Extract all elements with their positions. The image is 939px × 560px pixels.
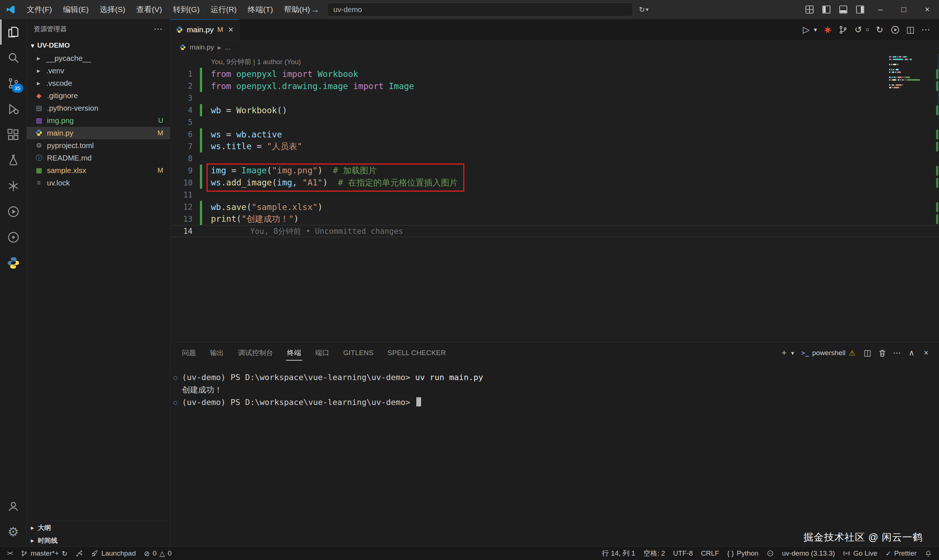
panel-tab-终端[interactable]: 终端	[280, 343, 308, 363]
code-line-2[interactable]: 2from openpyxl.drawing.image import Imag…	[170, 80, 939, 92]
explorer-icon[interactable]	[0, 19, 26, 45]
panel-tab-输出[interactable]: 输出	[203, 343, 231, 363]
run-code-button[interactable]	[888, 22, 902, 38]
command-decoration-icon[interactable]: ○	[174, 396, 177, 409]
eol-status[interactable]: CRLF	[697, 547, 723, 560]
terminal[interactable]: ○(uv-demo) PS D:\workspace\vue-learning\…	[170, 363, 939, 547]
copilot-status[interactable]	[763, 547, 778, 560]
run-debug-icon[interactable]	[0, 96, 26, 122]
code-line-14[interactable]: 14You, 8分钟前 • Uncommitted changes	[170, 225, 939, 237]
tree-root-folder[interactable]: ▾ UV-DEMO	[26, 39, 170, 52]
menu-item-查看(V)[interactable]: 查看(V)	[131, 0, 168, 19]
breadcrumb-more[interactable]: ...	[225, 43, 231, 51]
go-live-button[interactable]: Go Live	[839, 547, 881, 560]
code-line-3[interactable]: 3	[170, 92, 939, 104]
file-item-pyproject.toml[interactable]: ⚙pyproject.toml	[26, 139, 170, 152]
git-graph-button[interactable]	[71, 547, 87, 560]
live-server-icon[interactable]	[0, 224, 26, 250]
problems-status[interactable]: ⊘ 0 △ 0	[140, 547, 176, 560]
code-line-7[interactable]: 7ws.title = "人员表"	[170, 140, 939, 152]
extension-starburst-icon[interactable]	[820, 22, 835, 38]
menu-item-选择(S)[interactable]: 选择(S)	[94, 0, 131, 19]
panel-more-actions-button[interactable]: ⋯	[890, 346, 904, 360]
menu-item-文件(F)[interactable]: 文件(F)	[21, 0, 58, 19]
file-item-sample.xlsx[interactable]: ▦sample.xlsxM	[26, 164, 170, 177]
menu-item-转到(G)[interactable]: 转到(G)	[168, 0, 205, 19]
nav-forward-icon[interactable]: →	[309, 5, 321, 15]
file-item-.python-version[interactable]: ▤.python-version	[26, 102, 170, 114]
command-decoration-icon[interactable]: ○	[174, 371, 177, 384]
toggle-secondary-sidebar-icon[interactable]	[852, 0, 868, 19]
menu-item-编辑(E)[interactable]: 编辑(E)	[58, 0, 94, 19]
panel-tab-端口[interactable]: 端口	[308, 343, 336, 363]
search-icon[interactable]	[0, 45, 26, 70]
code-line-9[interactable]: 9img = Image("img.png") # 加载图片	[170, 165, 939, 177]
prettier-status[interactable]: ✓ Prettier	[881, 547, 920, 560]
settings-gear-icon[interactable]: ⚙	[0, 519, 26, 545]
split-terminal-button[interactable]: ◫	[860, 346, 874, 360]
accounts-icon[interactable]	[0, 493, 26, 519]
toggle-sidebar-icon[interactable]	[818, 0, 835, 19]
customize-layout-icon[interactable]	[801, 0, 818, 19]
minimize-button[interactable]: –	[868, 0, 892, 19]
breadcrumb[interactable]: main.py ▸ ...	[170, 41, 939, 54]
code-line-5[interactable]: 5	[170, 116, 939, 128]
toggle-panel-icon[interactable]	[835, 0, 852, 19]
code-line-4[interactable]: 4wb = Workbook()	[170, 104, 939, 116]
file-item-img.png[interactable]: ▨img.pngU	[26, 114, 170, 127]
code-runner-icon[interactable]	[0, 198, 26, 224]
minimap[interactable]	[889, 56, 933, 92]
run-options-chevron[interactable]: ▾	[811, 22, 819, 38]
recent-dropdown[interactable]: ↻▾	[639, 5, 649, 14]
record-dot-icon[interactable]: ○	[863, 22, 871, 38]
snowflake-extension-icon[interactable]	[0, 173, 26, 198]
file-item-.gitignore[interactable]: ◆.gitignore	[26, 89, 170, 102]
code-line-1[interactable]: 1from openpyxl import Workbook	[170, 68, 939, 80]
panel-tab-GITLENS[interactable]: GITLENS	[336, 343, 381, 363]
git-compare-icon[interactable]	[836, 22, 850, 38]
python-interpreter-status[interactable]: uv-demo (3.13.3)	[778, 547, 839, 560]
source-control-icon[interactable]: 35	[0, 70, 26, 96]
tab-main-py[interactable]: main.py M ×	[170, 19, 239, 40]
nav-back-icon[interactable]: ←	[290, 5, 303, 15]
maximize-button[interactable]: □	[892, 0, 916, 19]
git-branch-status[interactable]: master*+ ↻	[17, 547, 71, 560]
explorer-more-actions-icon[interactable]: ⋯	[154, 24, 162, 34]
terminal-profile-chevron[interactable]: ▾	[789, 346, 796, 360]
encoding-status[interactable]: UTF-8	[669, 547, 697, 560]
file-item-.vscode[interactable]: ▸.vscode	[26, 77, 170, 89]
code-editor[interactable]: You, 9分钟前 | 1 author (You) 1from openpyx…	[170, 54, 939, 342]
sidebar-section-时间线[interactable]: ▸时间线	[26, 534, 170, 547]
indentation-status[interactable]: 空格: 2	[639, 547, 669, 560]
code-line-10[interactable]: 10ws.add_image(img, "A1") # 在指定的单元格位置插入图…	[170, 177, 939, 189]
redo-icon[interactable]: ↻	[872, 22, 887, 38]
testing-icon[interactable]	[0, 147, 26, 173]
split-editor-button[interactable]: ◫	[903, 22, 918, 38]
maximize-panel-button[interactable]: ∧	[905, 346, 919, 360]
language-mode-status[interactable]: { } Python	[723, 547, 763, 560]
notifications-bell[interactable]	[920, 547, 936, 560]
cursor-position-status[interactable]: 行 14, 列 1	[598, 547, 639, 560]
file-item-main.py[interactable]: main.pyM	[26, 127, 170, 139]
file-item-uv.lock[interactable]: ≡uv.lock	[26, 177, 170, 189]
file-item-.venv[interactable]: ▸.venv	[26, 65, 170, 77]
tab-close-icon[interactable]: ×	[228, 25, 233, 35]
close-button[interactable]: ×	[916, 0, 939, 19]
kill-terminal-button[interactable]	[875, 346, 889, 360]
breadcrumb-file[interactable]: main.py	[190, 43, 214, 51]
codelens-blame[interactable]: You, 9分钟前 | 1 author (You)	[170, 54, 939, 68]
close-panel-button[interactable]: ×	[919, 346, 933, 360]
panel-tab-调试控制台[interactable]: 调试控制台	[231, 343, 280, 363]
panel-tab-问题[interactable]: 问题	[175, 343, 203, 363]
sidebar-section-大纲[interactable]: ▸大纲	[26, 521, 170, 534]
code-line-11[interactable]: 11	[170, 189, 939, 201]
launchpad-button[interactable]: Launchpad	[87, 547, 140, 560]
terminal-instance-powershell[interactable]: >_ powershell ⚠	[797, 349, 860, 357]
panel-tab-SPELL CHECKER[interactable]: SPELL CHECKER	[380, 343, 453, 363]
code-line-6[interactable]: 6ws = wb.active	[170, 128, 939, 140]
menu-item-终端(T)[interactable]: 终端(T)	[242, 0, 278, 19]
python-extension-icon[interactable]	[0, 250, 26, 275]
code-line-13[interactable]: 13print("创建成功！")	[170, 213, 939, 225]
menu-item-运行(R)[interactable]: 运行(R)	[205, 0, 242, 19]
file-item-__pycache__[interactable]: ▸__pycache__	[26, 52, 170, 65]
